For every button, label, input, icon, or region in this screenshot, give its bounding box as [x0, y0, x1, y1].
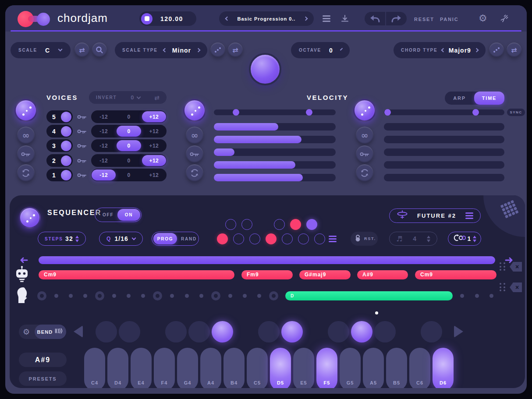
voices-keylock-button[interactable]	[17, 145, 35, 163]
transpose-option--12[interactable]: -12	[91, 125, 116, 138]
invert-chevron-icon[interactable]	[137, 95, 141, 99]
octave-chevron-down-icon[interactable]	[340, 48, 343, 51]
scale-chevron-down-icon[interactable]	[58, 47, 63, 52]
time-bar[interactable]	[384, 136, 504, 143]
reset-button[interactable]: RESET	[414, 17, 434, 22]
arp-cycle-button[interactable]	[356, 164, 373, 182]
white-key-B5[interactable]: B5	[386, 348, 407, 388]
arp-tab[interactable]: ARP	[445, 95, 474, 101]
white-key-C5[interactable]: C5	[247, 348, 268, 388]
chord-type-next-icon[interactable]	[475, 48, 479, 53]
voices-cycle-button[interactable]	[17, 164, 35, 182]
voice-key-icon[interactable]	[77, 114, 87, 122]
time-bar[interactable]	[384, 148, 504, 156]
velocity-range-handle-high[interactable]	[306, 109, 312, 116]
time-bar[interactable]	[384, 161, 504, 169]
chord-type-swap-button[interactable]: ⇄	[507, 42, 521, 57]
transpose-option-+12[interactable]: +12	[142, 139, 167, 152]
arp-infinity-button[interactable]: ∞	[356, 127, 373, 144]
chord-type-selector[interactable]: CHORD TYPE Major9	[394, 42, 486, 58]
invert-control[interactable]: INVERT 0 ⇄	[89, 91, 167, 104]
chord-type-random-button[interactable]	[489, 42, 504, 57]
white-key-D4[interactable]: D4	[107, 348, 128, 388]
velocity-bar[interactable]	[214, 123, 336, 131]
velocity-random-button[interactable]	[183, 99, 206, 122]
scale-type-random-button[interactable]	[210, 42, 225, 57]
arp-keylock-button[interactable]	[356, 145, 373, 163]
octave-value[interactable]: 0	[329, 47, 333, 54]
scale-type-swap-button[interactable]: ⇄	[228, 42, 243, 57]
scale-type-selector[interactable]: SCALE TYPE Minor	[115, 42, 207, 58]
transpose-option-0[interactable]: 0	[116, 125, 141, 138]
white-key-C6[interactable]: C6	[409, 348, 430, 388]
voices-infinity-button[interactable]: ∞	[17, 127, 35, 144]
white-key-B4[interactable]: B4	[223, 348, 245, 388]
preset-next-icon[interactable]	[304, 17, 308, 21]
black-key-D#4[interactable]	[119, 321, 140, 343]
transpose-option--12[interactable]: -12	[91, 154, 116, 167]
chord-type-value[interactable]: Major9	[449, 47, 471, 54]
voice-key-icon[interactable]	[77, 128, 87, 136]
black-key-G#5[interactable]	[351, 321, 372, 343]
chord-type-prev-icon[interactable]	[441, 48, 445, 53]
panic-button[interactable]: PANIC	[440, 17, 458, 22]
arp-random-button[interactable]	[353, 99, 376, 122]
black-key-D#5[interactable]	[281, 321, 303, 343]
time-bar[interactable]	[384, 174, 504, 181]
velocity-range-slider[interactable]	[214, 109, 336, 115]
white-key-F5[interactable]: F5	[316, 348, 337, 388]
scale-type-prev-icon[interactable]	[163, 48, 167, 53]
black-key-A#4[interactable]	[212, 321, 233, 343]
black-key-G#4[interactable]	[188, 321, 210, 343]
download-icon[interactable]	[340, 14, 349, 25]
velocity-infinity-button[interactable]: ∞	[186, 127, 203, 144]
white-key-E5[interactable]: E5	[293, 348, 314, 388]
velocity-cycle-button[interactable]	[186, 164, 203, 182]
patch-connector-icon[interactable]	[500, 14, 509, 25]
voice-toggle[interactable]	[61, 155, 71, 166]
transpose-option-0[interactable]: 0	[116, 169, 141, 181]
arp-time-toggle[interactable]: ARP TIME	[445, 92, 504, 105]
preset-prev-icon[interactable]	[225, 17, 230, 21]
black-key-A#5[interactable]	[374, 321, 396, 343]
time-tab[interactable]: TIME	[474, 92, 504, 105]
voice-toggle[interactable]	[61, 112, 71, 122]
black-key-C#5[interactable]	[258, 321, 280, 343]
white-key-G4[interactable]: G4	[177, 348, 198, 388]
scale-detect-button[interactable]	[92, 42, 107, 57]
velocity-bar[interactable]	[214, 161, 336, 169]
white-key-D5[interactable]: D5	[270, 348, 291, 388]
scale-swap-button[interactable]: ⇄	[74, 42, 89, 57]
redo-button[interactable]	[386, 12, 407, 25]
time-range-slider[interactable]	[384, 109, 504, 115]
transpose-option-+12[interactable]: +12	[142, 154, 167, 167]
settings-gear-icon[interactable]: ⚙	[479, 13, 487, 24]
transpose-option-+12[interactable]: +12	[142, 125, 167, 138]
scale-type-next-icon[interactable]	[196, 48, 201, 53]
white-key-D6[interactable]: D6	[433, 348, 454, 388]
white-key-A4[interactable]: A4	[200, 348, 221, 388]
time-range-handle-low[interactable]	[384, 109, 391, 116]
menu-icon[interactable]	[323, 15, 330, 22]
white-key-E4[interactable]: E4	[131, 348, 152, 388]
white-key-A5[interactable]: A5	[363, 348, 384, 388]
voice-key-icon[interactable]	[77, 158, 87, 166]
velocity-keylock-button[interactable]	[186, 145, 203, 163]
invert-value[interactable]: 0	[131, 94, 134, 101]
transpose-option--12[interactable]: -12	[91, 139, 116, 152]
black-key-C#4[interactable]	[96, 321, 117, 343]
voice-toggle[interactable]	[61, 141, 71, 151]
transpose-option-+12[interactable]: +12	[142, 169, 167, 181]
black-key-F#5[interactable]	[328, 321, 349, 343]
voice-key-icon[interactable]	[77, 172, 87, 180]
invert-swap-icon[interactable]: ⇄	[154, 94, 160, 101]
time-bar[interactable]	[384, 123, 504, 131]
white-key-G5[interactable]: G5	[340, 348, 361, 388]
bpm-control[interactable]: 120.00	[139, 11, 196, 26]
velocity-bar[interactable]	[214, 174, 336, 181]
voice-toggle[interactable]	[61, 126, 71, 137]
octave-selector[interactable]: OCTAVE 0	[291, 42, 350, 58]
black-key-F#4[interactable]	[165, 321, 187, 343]
transpose-option-0[interactable]: 0	[116, 154, 141, 167]
velocity-range-handle-low[interactable]	[233, 109, 239, 116]
